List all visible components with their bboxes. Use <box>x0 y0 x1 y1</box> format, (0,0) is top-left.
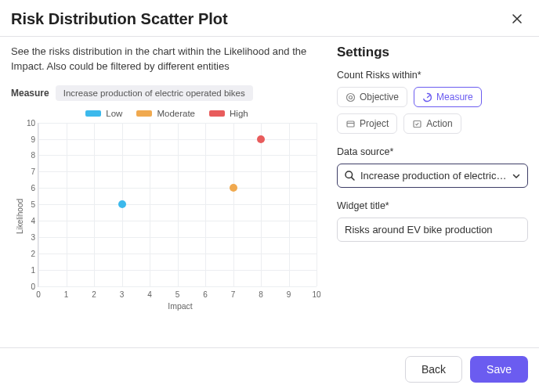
y-tick: 10 <box>24 118 35 127</box>
x-tick: 7 <box>231 290 236 299</box>
dialog-title: Risk Distribution Scatter Plot <box>11 10 228 28</box>
chip-action-label: Action <box>426 118 452 129</box>
swatch-high <box>209 110 225 117</box>
chip-objective-label: Objective <box>360 92 399 102</box>
x-tick: 3 <box>120 290 125 299</box>
grid-line <box>317 123 317 286</box>
y-tick: 2 <box>24 249 35 257</box>
action-icon <box>412 119 422 129</box>
project-icon <box>345 119 356 129</box>
chip-project[interactable]: Project <box>337 113 397 134</box>
y-tick: 3 <box>24 232 35 241</box>
grid-line <box>205 123 206 286</box>
widget-title-input[interactable] <box>337 218 528 242</box>
close-button[interactable] <box>506 8 528 30</box>
x-tick: 10 <box>312 290 320 299</box>
legend-moderate-label: Moderate <box>157 109 195 118</box>
count-within-label: Count Risks within* <box>337 70 528 81</box>
y-tick: 5 <box>24 200 35 209</box>
chip-measure-label: Measure <box>436 92 473 102</box>
close-icon <box>511 13 523 25</box>
x-tick: 6 <box>203 290 208 299</box>
y-tick: 0 <box>24 282 35 290</box>
y-axis-label: Likelihood <box>16 199 24 234</box>
preview-dimension: Measure Increase production of electric … <box>11 85 323 101</box>
data-point <box>118 200 126 208</box>
dimension-label: Measure <box>11 88 49 99</box>
svg-rect-2 <box>347 121 354 127</box>
data-point <box>257 135 265 143</box>
y-tick: 9 <box>24 135 35 143</box>
legend-moderate: Moderate <box>136 109 195 118</box>
grid-line <box>233 123 234 286</box>
grid-line <box>67 123 67 286</box>
settings-heading: Settings <box>337 45 528 60</box>
plot-area: 012345678910012345678910 <box>38 123 317 287</box>
chart-legend: Low Moderate High <box>11 109 323 118</box>
x-tick: 5 <box>175 290 180 299</box>
legend-high-label: High <box>230 109 248 118</box>
settings-panel: Settings Count Risks within* Objective M… <box>331 37 539 347</box>
svg-point-0 <box>347 93 355 101</box>
measure-icon <box>422 92 432 102</box>
grid-line <box>289 123 290 286</box>
x-tick: 4 <box>147 290 152 299</box>
objective-icon <box>345 92 356 102</box>
save-button[interactable]: Save <box>470 356 528 383</box>
dimension-pill: Increase production of electric operated… <box>56 85 253 101</box>
swatch-moderate <box>136 110 152 117</box>
grid-line <box>94 123 95 286</box>
x-tick: 8 <box>259 290 263 299</box>
data-point <box>230 184 237 192</box>
chip-action[interactable]: Action <box>403 113 461 134</box>
grid-line <box>178 123 179 286</box>
grid-line <box>150 123 150 286</box>
grid-line <box>261 123 262 286</box>
x-axis-label: Impact <box>38 301 323 311</box>
y-tick: 6 <box>24 184 35 192</box>
x-tick: 0 <box>36 290 41 299</box>
y-tick: 4 <box>24 217 35 225</box>
legend-low-label: Low <box>106 109 122 118</box>
y-tick: 1 <box>24 265 35 274</box>
legend-high: High <box>209 109 248 118</box>
swatch-low <box>85 110 101 117</box>
widget-title-label: Widget title* <box>337 200 528 211</box>
search-icon <box>344 170 356 182</box>
legend-low: Low <box>85 109 122 118</box>
x-tick: 9 <box>287 290 291 299</box>
y-tick: 8 <box>24 151 35 160</box>
x-tick: 2 <box>92 290 96 299</box>
chart: Low Moderate High Likelihood 01234567891… <box>11 109 323 320</box>
grid-line <box>38 123 39 286</box>
chevron-down-icon <box>512 171 521 181</box>
back-button[interactable]: Back <box>405 356 462 383</box>
count-within-chips: Objective Measure Project Action <box>337 87 528 134</box>
y-tick: 7 <box>24 167 35 176</box>
chip-objective[interactable]: Objective <box>337 87 407 107</box>
data-source-value: Increase production of electric opera... <box>360 170 507 182</box>
data-source-label: Data source* <box>337 146 528 157</box>
chip-project-label: Project <box>360 118 389 129</box>
description-text: See the risks distribution in the chart … <box>11 45 323 74</box>
x-tick: 1 <box>64 290 69 299</box>
grid-line <box>38 286 317 287</box>
svg-point-1 <box>349 95 353 99</box>
chip-measure[interactable]: Measure <box>414 87 482 107</box>
data-source-select[interactable]: Increase production of electric opera... <box>337 164 528 188</box>
